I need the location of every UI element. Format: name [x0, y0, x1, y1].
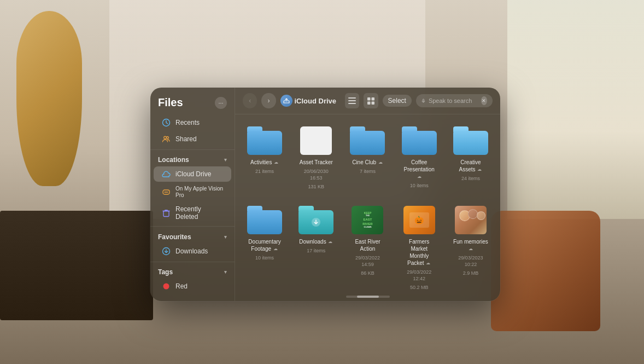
coffee-presentation-name: Coffee Presentation ☁ [401, 159, 438, 180]
folder-back [247, 131, 282, 155]
main-content: ‹ › iCloud Drive [235, 88, 500, 301]
file-item-activities[interactable]: Activities ☁ 21 items [243, 122, 286, 194]
folder-back [350, 131, 385, 155]
tags-label: Tags [158, 268, 173, 276]
download-circle-icon [161, 246, 171, 256]
locations-section-header[interactable]: Locations ▾ [150, 152, 235, 166]
search-bar[interactable]: ✕ [416, 94, 493, 107]
file-item-coffee-presentation[interactable]: Coffee Presentation ☁ 10 items [397, 122, 441, 194]
search-input[interactable] [429, 97, 478, 104]
svg-rect-8 [348, 100, 356, 101]
icloud-badge: ☁ [273, 246, 278, 252]
farmers-market-name: Farmers Market Monthly Packet ☁ [401, 238, 438, 267]
orange-thumb-bg: 🎃 [403, 206, 435, 234]
forward-button[interactable]: › [261, 93, 276, 108]
cine-club-icon-wrapper [350, 125, 385, 156]
svg-point-2 [167, 137, 169, 139]
documentary-meta: 10 items [255, 255, 274, 262]
sidebar-item-downloads[interactable]: Downloads [154, 244, 231, 259]
creative-assets-folder-icon [453, 126, 488, 155]
svg-rect-11 [371, 97, 374, 101]
breadcrumb-avatar [280, 95, 292, 107]
tags-chevron: ▾ [224, 269, 227, 275]
poster-text-east: EAST [363, 218, 372, 222]
file-item-creative-assets[interactable]: Creative Assets ☁ 24 items [449, 122, 493, 194]
documentary-name: Documentary Footage ☁ [246, 238, 283, 252]
red-tag-label: Red [175, 282, 188, 290]
svg-rect-9 [348, 103, 356, 104]
sidebar-item-icloud-drive[interactable]: iCloud Drive [154, 166, 231, 182]
download-arrow-icon [311, 217, 321, 228]
sidebar-item-recents[interactable]: Recents [154, 115, 231, 130]
favourites-section-header[interactable]: Favourites ▾ [150, 229, 235, 243]
downloads-name: Downloads ☁ [299, 238, 333, 245]
east-river-meta2: 86 KB [361, 270, 374, 277]
coffee-icon-wrapper [402, 125, 437, 156]
shared-label: Shared [175, 135, 197, 143]
vision-pro-icon [161, 187, 171, 197]
file-item-asset-tracker[interactable]: Asset Tracker 20/06/2030 16:53 131 KB [294, 122, 338, 194]
downloads-icon-wrapper [298, 205, 333, 235]
file-item-fun-memories[interactable]: Fun memories ☁ 29/03/2023 10:22 2.9 MB [449, 201, 493, 292]
view-grid-button[interactable] [364, 93, 378, 108]
green-poster: KEEP THE EAST RIVER CLEAN [352, 206, 383, 234]
svg-rect-14 [423, 99, 424, 101]
scroll-thumb [357, 296, 379, 298]
east-river-icon-wrapper: KEEP THE EAST RIVER CLEAN [350, 205, 385, 235]
on-device-label: On My Apple Vision Pro [175, 186, 224, 199]
guitar-decoration [16, 11, 82, 186]
folder-back [402, 131, 437, 155]
sidebar-item-recently-deleted[interactable]: Recently Deleted [154, 203, 231, 223]
file-grid-container[interactable]: Activities ☁ 21 items [235, 114, 500, 292]
documentary-folder-icon [247, 206, 282, 234]
icloud-badge: ☁ [477, 167, 482, 172]
window-right [507, 0, 644, 219]
downloads-folder-icon [298, 206, 333, 234]
forward-arrow-icon: › [267, 97, 270, 105]
select-button[interactable]: Select [383, 95, 412, 107]
app-title: Files [158, 96, 183, 109]
coffee-folder-icon [402, 126, 437, 155]
file-item-farmers-market[interactable]: 🎃 Farmers Market Monthly Packet ☁ 29/03/… [397, 201, 441, 292]
breadcrumb: iCloud Drive [280, 95, 337, 107]
activities-icon-wrapper [247, 125, 282, 156]
sidebar-item-red-tag[interactable]: Red [154, 279, 231, 294]
search-close-button[interactable]: ✕ [481, 96, 487, 105]
activities-folder-icon [247, 126, 282, 155]
chair-decoration [491, 211, 600, 331]
downloads-fav-label: Downloads [175, 247, 208, 255]
favourites-label: Favourites [158, 233, 191, 241]
recently-deleted-label: Recently Deleted [175, 205, 224, 221]
fun-memories-meta1: 29/03/2023 10:22 [452, 255, 489, 268]
svg-rect-12 [367, 101, 371, 105]
file-item-downloads[interactable]: Downloads ☁ 17 items [294, 201, 338, 292]
sidebar-item-on-device[interactable]: On My Apple Vision Pro [154, 183, 231, 201]
cine-club-folder-icon [350, 126, 385, 155]
view-list-button[interactable] [345, 93, 359, 108]
svg-rect-7 [348, 97, 356, 99]
back-arrow-icon: ‹ [249, 97, 251, 105]
scroll-indicator [235, 292, 500, 301]
pumpkin-icon: 🎃 [414, 216, 424, 224]
folder-back [298, 210, 333, 234]
icloud-badge: ☁ [468, 246, 473, 252]
creative-assets-icon-wrapper [453, 125, 488, 156]
icloud-badge: ☁ [417, 174, 422, 180]
more-button[interactable]: ··· [215, 97, 227, 109]
tags-section-header[interactable]: Tags ▾ [150, 264, 235, 278]
file-item-cine-club[interactable]: Cine Club ☁ 7 items [346, 122, 389, 194]
farmers-market-meta2: 50.2 MB [410, 285, 429, 291]
creative-assets-meta: 24 items [461, 176, 480, 182]
toolbar: ‹ › iCloud Drive [235, 88, 500, 114]
sidebar-item-shared[interactable]: Shared [154, 131, 231, 147]
locations-chevron: ▾ [224, 157, 227, 163]
poster-text-river: RIVER [362, 222, 372, 226]
asset-tracker-icon-wrapper [298, 125, 333, 156]
trash-icon [161, 208, 171, 218]
back-button[interactable]: ‹ [243, 93, 257, 108]
cine-club-name: Cine Club ☁ [352, 159, 383, 166]
file-item-documentary[interactable]: Documentary Footage ☁ 10 items [243, 201, 286, 292]
documentary-icon-wrapper [247, 205, 282, 235]
cabinet-decoration [0, 211, 153, 320]
file-item-east-river[interactable]: KEEP THE EAST RIVER CLEAN East River Act… [346, 201, 389, 292]
